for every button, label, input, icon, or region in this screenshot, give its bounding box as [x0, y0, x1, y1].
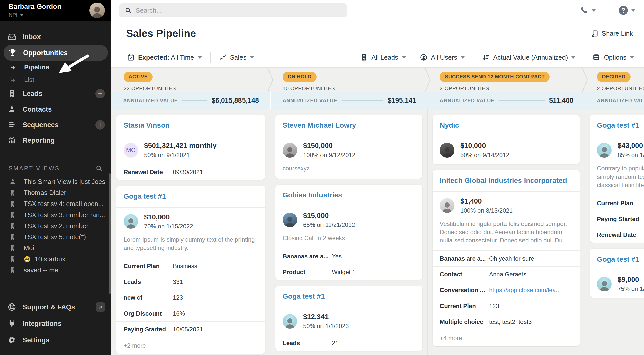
annualized-value-bar: ANNUALIZED VALUE $6,015,885,148	[111, 92, 270, 109]
pipeline-filter[interactable]: Sales	[219, 54, 254, 61]
opportunity-value-row: $10,000 50% on 9/14/2012	[433, 136, 580, 164]
status-badge: SUCCESS SEND 12 MONTH CONTRACT	[440, 72, 550, 82]
field-value: 123	[489, 302, 499, 310]
opportunity-title[interactable]: Steven Michael Lowry	[275, 115, 422, 136]
sidebar-item-settings[interactable]: Settings	[0, 332, 111, 348]
field-value: 10/05/2021	[173, 326, 203, 333]
more-fields[interactable]: +4 more	[433, 330, 580, 346]
smart-view-saved-me[interactable]: saved -- me	[0, 265, 111, 276]
smart-view-tsx-test-sv-3-number-ran[interactable]: TSX test sv 3: number ran...	[0, 209, 111, 220]
list-icon	[8, 121, 16, 129]
smart-view-tsx-test-sv-4-email-open[interactable]: TSX test sv 4: email open...	[0, 198, 111, 209]
column-divider-chevron	[425, 68, 431, 92]
opportunity-value-row: MG $501,321,421 monthly 50% on 9/1/2021	[116, 136, 265, 164]
opportunity-card[interactable]: Nydic $10,000 50% on 9/14/2012	[433, 115, 580, 164]
sidebar-item-label: Contacts	[23, 106, 52, 113]
opportunity-card[interactable]: Initech Global Industries Incorporated $…	[433, 170, 580, 346]
leader-line	[499, 100, 545, 101]
expected-filter[interactable]: Expected: All Time	[127, 54, 202, 61]
field-label: Bananas are a...	[440, 255, 489, 262]
search-input[interactable]	[136, 7, 342, 14]
sidebar-item-opportunities[interactable]: Opportunities	[4, 45, 108, 61]
field-value: test, test2, test3	[489, 318, 532, 325]
opportunity-title[interactable]: Goga test #1	[590, 115, 644, 136]
filter-label: Sales	[230, 54, 247, 61]
opportunity-note: Closing Call in 2 weeks	[275, 230, 422, 248]
sidebar-item-list[interactable]: List	[0, 73, 111, 86]
smart-view-tsx-test-sv-5-note[interactable]: TSX test sv 5: note(*)	[0, 231, 111, 242]
smart-view-this-smart-view-is-just-joes[interactable]: This Smart View is just Joes	[0, 176, 111, 187]
sidebar-scrollbar[interactable]	[109, 173, 111, 294]
add-button[interactable]: +	[95, 120, 105, 130]
sidebar-item-pipeline[interactable]: Pipeline	[0, 61, 111, 73]
annualized-value-bar: ANNUALIZED VALUE $195,141	[270, 92, 428, 109]
annualized-value-label: ANNUALIZED VALUE	[597, 98, 644, 104]
opportunity-card[interactable]: Goga test #1 $12,341 50% on 1/1/2023 Lea…	[275, 286, 422, 351]
opportunity-title[interactable]: Goga test #1	[275, 286, 422, 307]
avatar[interactable]	[89, 3, 105, 18]
gear-icon	[8, 336, 16, 344]
opportunity-title[interactable]: Nydic	[433, 115, 580, 136]
opportunity-card[interactable]: Gobias Industries $15,000 65% on 11/21/2…	[275, 185, 422, 280]
more-fields[interactable]: +2 more	[116, 337, 265, 354]
avatar	[440, 143, 454, 158]
sort-filter[interactable]: Actual Value (Annualized)	[482, 54, 575, 61]
column-cards: Stasia Vinson MG $501,321,421 monthly 50…	[111, 109, 270, 355]
search-icon[interactable]	[95, 165, 103, 172]
opportunity-card[interactable]: Stasia Vinson MG $501,321,421 monthly 50…	[116, 115, 265, 180]
smart-view-label: 10 starbux	[35, 255, 65, 263]
annualized-value-label: ANNUALIZED VALUE	[283, 98, 337, 104]
opportunity-title[interactable]: Goga test #1	[116, 186, 265, 207]
opportunity-card[interactable]: Goga test #1 $10,000 70% on 1/15/2022 Lo…	[116, 186, 265, 354]
opportunity-value: $501,321,421 monthly	[144, 142, 217, 150]
smart-view-label: Thomas Dialer	[24, 189, 66, 197]
sidebar-item-contacts[interactable]: Contacts	[0, 102, 111, 117]
sidebar-item-sequences[interactable]: Sequences+	[0, 117, 111, 133]
opportunity-card[interactable]: Goga test #1 $43,000 85% on 1/24 Contrar…	[590, 115, 644, 243]
sidebar-item-leads[interactable]: Leads+	[0, 86, 111, 102]
opportunity-card[interactable]: Goga test #1 $9,000 75% on 1/24	[590, 249, 644, 298]
add-button[interactable]: +	[95, 89, 105, 98]
divider	[473, 52, 473, 63]
filter-label: Expected: All Time	[138, 54, 194, 61]
inbox-icon	[8, 33, 16, 41]
options-filter[interactable]: Options	[593, 54, 634, 61]
opportunity-title[interactable]: Initech Global Industries Incorporated	[433, 170, 580, 191]
opportunity-value-row: $9,000 75% on 1/24	[590, 270, 644, 298]
pipeline-board: ACTIVE 23 OPPORTUNITIES ANNUALIZED VALUE…	[111, 68, 644, 355]
leads-filter[interactable]: All Leads	[360, 54, 406, 61]
users-filter[interactable]: All Users	[420, 54, 465, 61]
funnel-icon	[219, 54, 227, 61]
user-menu[interactable]: Barbara Gordon NPI	[0, 0, 111, 21]
field-label: Leads	[283, 340, 332, 347]
field-value-link[interactable]: https://app.close.com/lea...	[489, 287, 561, 294]
field-label: Conversation ...	[440, 287, 489, 294]
share-link-button[interactable]: Share Link	[591, 30, 633, 37]
help-icon[interactable]: ?	[619, 6, 628, 15]
field-row: Product Widget 1	[275, 264, 422, 280]
field-label: Product	[283, 269, 332, 276]
chevron-down-icon[interactable]	[631, 9, 635, 12]
filter-bar: Expected: All TimeSalesAll LeadsAll User…	[111, 47, 644, 68]
sidebar-item-reporting[interactable]: Reporting	[0, 133, 111, 148]
chevron-down-icon[interactable]	[592, 9, 596, 12]
smart-view-thomas-dialer[interactable]: Thomas Dialer	[0, 187, 111, 198]
phone-icon[interactable]	[580, 6, 588, 15]
field-row: new cf 123	[116, 290, 265, 306]
opportunity-value: $15,000	[303, 212, 355, 220]
sidebar-item-support-faqs[interactable]: Support & FAQs	[0, 299, 111, 315]
sidebar-item-integrations[interactable]: Integrations	[0, 315, 111, 332]
smart-view-10-starbux[interactable]: 10 starbux	[0, 253, 111, 265]
search-box[interactable]	[119, 3, 347, 17]
org-name: NPI	[9, 12, 17, 18]
opportunity-value-row: $15,000 65% on 11/21/2012	[275, 206, 422, 230]
org-switcher[interactable]: NPI	[9, 12, 89, 18]
field-row: Paying Started 10/05/2021	[116, 321, 265, 337]
opportunity-card[interactable]: Steven Michael Lowry $150,000 100% on 9/…	[275, 115, 422, 179]
opportunity-title[interactable]: Gobias Industries	[275, 185, 422, 206]
opportunity-title[interactable]: Goga test #1	[590, 249, 644, 270]
smart-view-tsx-test-sv-2-number[interactable]: TSX test sv 2: number	[0, 220, 111, 231]
smart-view-moi[interactable]: Moi	[0, 242, 111, 253]
opportunity-title[interactable]: Stasia Vinson	[116, 115, 265, 136]
sidebar-item-inbox[interactable]: Inbox	[0, 29, 111, 45]
